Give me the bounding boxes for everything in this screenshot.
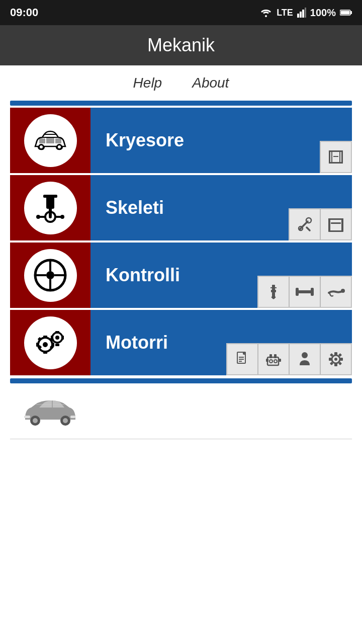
motorri-icon (24, 316, 77, 369)
motorri-icon-bg (10, 310, 90, 375)
svg-rect-4 (305, 8, 306, 18)
svg-rect-38 (328, 218, 330, 231)
svg-point-11 (58, 145, 61, 148)
svg-point-70 (55, 336, 59, 340)
svg-rect-6 (350, 11, 352, 14)
motorri-sub-file[interactable] (227, 344, 258, 375)
svg-point-32 (60, 215, 64, 219)
svg-line-36 (307, 227, 310, 230)
wifi-icon (259, 8, 273, 18)
bottom-car-container (0, 383, 362, 439)
svg-rect-55 (297, 290, 313, 293)
svg-rect-73 (51, 336, 53, 340)
skeleti-sub-lift[interactable] (320, 209, 351, 240)
svg-point-9 (40, 145, 43, 148)
svg-rect-84 (266, 359, 268, 362)
category-motorri: Motorri (10, 310, 352, 375)
kryesore-icon (24, 114, 77, 167)
svg-point-31 (36, 215, 40, 219)
svg-rect-81 (269, 354, 272, 358)
kryesore-label: Kryesore (90, 130, 352, 151)
motorri-sub-gear[interactable] (320, 344, 351, 375)
svg-rect-61 (43, 336, 47, 339)
status-bar: 09:00 LTE 100% (0, 0, 362, 25)
category-kryesore: Kryesore (10, 108, 352, 173)
motorri-sub-person[interactable] (289, 344, 320, 375)
svg-rect-92 (329, 358, 331, 361)
app-title: Mekanik (147, 35, 215, 56)
skeleti-icon-bg (10, 175, 90, 240)
svg-rect-23 (43, 195, 57, 198)
main-content: Kryesore (0, 108, 362, 375)
kontrolli-icon-bg (10, 243, 90, 308)
svg-point-28 (49, 215, 52, 218)
kryesore-button[interactable]: Kryesore (10, 108, 352, 173)
svg-rect-56 (296, 288, 299, 296)
svg-rect-104 (70, 416, 75, 418)
svg-rect-57 (311, 288, 314, 296)
bottom-line (10, 439, 352, 439)
svg-rect-93 (340, 358, 343, 361)
skeleti-sub-wrench[interactable] (289, 209, 320, 240)
svg-rect-103 (24, 416, 30, 418)
status-icons: LTE 100% (259, 7, 352, 19)
skeleti-icon (24, 182, 77, 234)
kryesore-icon-bg (10, 108, 90, 173)
svg-point-0 (265, 15, 267, 17)
svg-point-100 (33, 418, 38, 423)
svg-point-102 (63, 418, 68, 423)
kontrolli-sub-sparkplug[interactable] (258, 276, 289, 307)
kryesore-sub-icons (320, 141, 352, 173)
svg-rect-54 (274, 287, 277, 288)
svg-point-43 (46, 271, 54, 279)
motorri-sub-engine[interactable] (258, 344, 289, 375)
svg-point-58 (341, 289, 345, 293)
svg-rect-7 (341, 11, 350, 15)
kontrolli-sub-exhaust[interactable] (320, 276, 351, 307)
svg-rect-12 (39, 138, 45, 143)
category-skeleti: Skeleti (10, 175, 352, 240)
svg-rect-90 (334, 352, 337, 355)
kryesore-sub-lift[interactable] (320, 141, 351, 173)
svg-rect-13 (46, 137, 54, 143)
status-time: 09:00 (10, 6, 38, 19)
kontrolli-icon (24, 249, 77, 302)
app-bar: Mekanik (0, 25, 362, 65)
svg-point-60 (43, 342, 48, 347)
svg-point-86 (274, 360, 277, 363)
svg-rect-15 (329, 162, 343, 164)
svg-rect-71 (55, 331, 59, 334)
svg-rect-37 (328, 230, 343, 232)
svg-rect-62 (43, 351, 47, 354)
svg-rect-18 (329, 150, 343, 152)
svg-point-34 (306, 218, 311, 223)
svg-rect-49 (271, 290, 276, 292)
svg-rect-91 (334, 364, 337, 366)
svg-rect-83 (279, 359, 281, 362)
menu-help[interactable]: Help (133, 75, 162, 91)
kontrolli-sub-icons (257, 276, 352, 308)
skeleti-sub-icons (289, 208, 352, 240)
signal-icon (297, 8, 306, 18)
svg-point-87 (302, 352, 308, 358)
svg-rect-24 (44, 198, 46, 205)
kontrolli-sub-dumbbell[interactable] (289, 276, 320, 307)
svg-rect-2 (300, 12, 302, 18)
svg-rect-74 (61, 336, 64, 340)
svg-rect-3 (302, 10, 304, 18)
menu-about[interactable]: About (192, 75, 229, 91)
svg-rect-25 (54, 198, 56, 205)
battery-icon (340, 9, 352, 16)
svg-rect-1 (297, 14, 299, 18)
svg-rect-14 (55, 138, 61, 143)
svg-point-89 (334, 358, 337, 361)
bottom-car-icon (20, 393, 80, 429)
svg-rect-21 (333, 156, 338, 157)
svg-rect-39 (341, 218, 343, 231)
svg-rect-72 (55, 344, 59, 346)
lte-label: LTE (277, 8, 293, 18)
menu-bar: Help About (0, 65, 362, 96)
battery-label: 100% (310, 7, 336, 19)
svg-rect-82 (274, 354, 277, 358)
svg-rect-53 (270, 287, 273, 288)
